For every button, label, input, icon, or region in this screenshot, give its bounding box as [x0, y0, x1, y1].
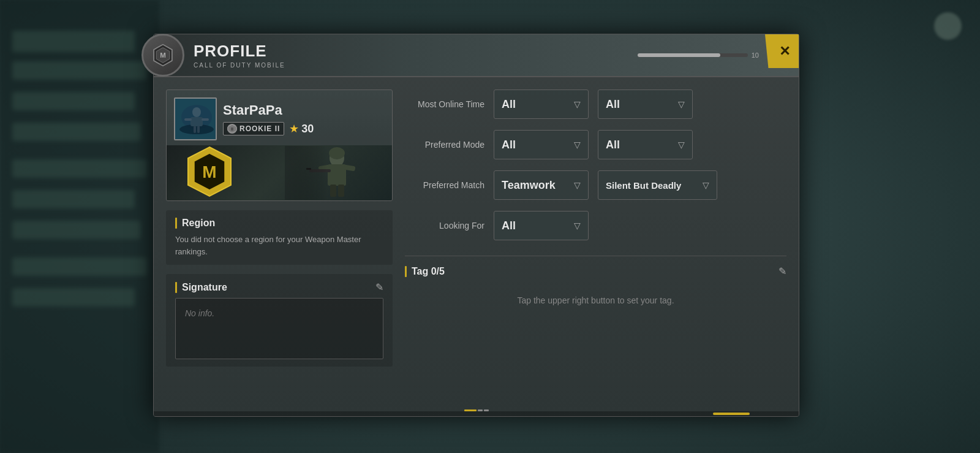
signature-box: No info. — [175, 298, 383, 359]
signature-placeholder: No info. — [185, 308, 214, 318]
rank-badge: II ROOKIE II — [223, 122, 284, 135]
tag-info-text: Tap the upper right button to set your t… — [405, 295, 786, 305]
preferred-match-label: Preferred Match — [405, 180, 484, 190]
stars-count: 30 — [301, 123, 314, 135]
close-button[interactable]: ✕ — [765, 34, 799, 68]
cod-logo-icon: M — [151, 44, 175, 67]
user-avatar-blur — [934, 12, 962, 40]
modal-tab-2 — [478, 409, 483, 411]
modal-title-area: Profile CALL OF DUTY MOBILE — [194, 42, 285, 69]
most-online-time-value-2: All — [606, 98, 620, 111]
player-name: StarPaPa — [223, 102, 314, 118]
dropdown-arrow-icon-2: ▽ — [678, 99, 685, 109]
dropdown-arrow-icon-3: ▽ — [574, 140, 581, 150]
dropdown-arrow-icon-4: ▽ — [678, 140, 685, 150]
svg-rect-8 — [184, 118, 192, 121]
modal-body: StarPaPa II ROOKIE II — [154, 77, 799, 416]
preferred-match-value-1: Teamwork — [502, 179, 556, 192]
modal-tab-1 — [464, 409, 477, 411]
region-title: Region — [175, 218, 383, 229]
svg-text:II: II — [231, 127, 233, 131]
modal-title: Profile — [194, 42, 285, 61]
preferred-mode-label: Preferred Mode — [405, 140, 484, 150]
svg-point-6 — [192, 107, 201, 117]
signature-title: Signature ✎ — [175, 281, 383, 293]
preferred-match-dropdown-1[interactable]: Teamwork ▽ — [494, 170, 589, 200]
preferred-match-row: Preferred Match Teamwork ▽ Silent But De… — [405, 170, 786, 200]
dropdown-arrow-icon-5: ▽ — [574, 180, 581, 190]
right-divider — [405, 256, 786, 256]
most-online-time-value-1: All — [502, 98, 516, 111]
looking-for-dropdown[interactable]: All ▽ — [494, 211, 589, 240]
region-section: Region You did not choose a region for y… — [166, 210, 393, 265]
scroll-thumb — [713, 413, 750, 415]
svg-rect-11 — [197, 126, 200, 133]
preferred-mode-row: Preferred Mode All ▽ All ▽ — [405, 130, 786, 159]
modal-logo: M — [141, 34, 184, 77]
svg-rect-25 — [330, 185, 336, 197]
svg-rect-7 — [190, 117, 203, 126]
sidebar-blur — [0, 0, 159, 453]
dropdown-arrow-icon-1: ▽ — [574, 99, 581, 109]
svg-rect-26 — [338, 185, 344, 197]
profile-top: StarPaPa II ROOKIE II — [167, 90, 392, 145]
dropdown-arrow-icon-6: ▽ — [703, 180, 709, 190]
modal-header: M Profile CALL OF DUTY MOBILE 10 ✕ — [154, 34, 799, 77]
preferred-mode-dropdown-2[interactable]: All ▽ — [598, 130, 693, 159]
tag-header: Tag 0/5 ✎ — [405, 265, 786, 277]
svg-rect-27 — [285, 146, 328, 200]
region-accent-bar — [175, 218, 177, 229]
signature-label: Signature — [182, 282, 227, 293]
looking-for-label: Looking For — [405, 221, 484, 230]
rank-icon: II — [227, 124, 237, 134]
modal-tab-3 — [484, 409, 489, 411]
most-online-time-dropdown-1[interactable]: All ▽ — [494, 89, 589, 119]
profile-card: StarPaPa II ROOKIE II — [166, 89, 393, 201]
tag-section: Tag 0/5 ✎ Tap the upper right button to … — [405, 265, 786, 404]
svg-rect-19 — [328, 164, 346, 186]
stars-badge: ★ 30 — [289, 122, 314, 135]
svg-text:M: M — [202, 162, 216, 181]
most-online-time-dropdown-2[interactable]: All ▽ — [598, 89, 693, 119]
progress-bar-container — [638, 53, 748, 57]
looking-for-value: All — [502, 219, 516, 232]
tag-label: Tag 0/5 — [412, 266, 445, 277]
dropdown-arrow-icon-7: ▽ — [574, 221, 581, 230]
progress-text: 10 — [752, 51, 759, 59]
signature-section: Signature ✎ No info. — [166, 274, 393, 367]
svg-point-20 — [329, 147, 345, 159]
region-description: You did not choose a region for your Wea… — [175, 234, 383, 257]
preferred-mode-dropdown-1[interactable]: All ▽ — [494, 130, 589, 159]
star-icon: ★ — [289, 122, 299, 135]
right-panel: Most Online Time All ▽ All ▽ Preferred M… — [405, 89, 786, 404]
progress-bar-fill — [638, 53, 720, 57]
tag-edit-button[interactable]: ✎ — [778, 265, 786, 277]
left-panel: StarPaPa II ROOKIE II — [166, 89, 393, 404]
most-online-time-row: Most Online Time All ▽ All ▽ — [405, 89, 786, 119]
profile-banner: M — [167, 145, 392, 200]
most-online-time-label: Most Online Time — [405, 99, 484, 109]
preferred-mode-value-1: All — [502, 139, 516, 151]
profile-modal: M Profile CALL OF DUTY MOBILE 10 ✕ — [153, 34, 799, 417]
player-avatar — [174, 97, 217, 140]
header-progress: 10 — [638, 51, 759, 59]
signature-edit-button[interactable]: ✎ — [375, 281, 383, 293]
avatar-image — [175, 99, 217, 140]
svg-rect-10 — [194, 126, 196, 133]
filters-section: Most Online Time All ▽ All ▽ Preferred M… — [405, 89, 786, 253]
preferred-match-dropdown-2[interactable]: Silent But Deadly ▽ — [598, 170, 717, 200]
rank-text: ROOKIE II — [239, 124, 280, 133]
region-label: Region — [182, 218, 215, 229]
edit-icon: ✎ — [375, 282, 383, 292]
tag-accent-bar — [405, 266, 407, 277]
tag-edit-icon: ✎ — [778, 266, 786, 276]
signature-accent-bar — [175, 282, 177, 293]
rank-row: II ROOKIE II ★ 30 — [223, 122, 314, 135]
modal-tabs — [464, 409, 489, 411]
looking-for-row: Looking For All ▽ — [405, 211, 786, 240]
close-icon: ✕ — [779, 44, 790, 59]
banner-soldier — [282, 145, 374, 200]
modal-bottom-bar — [154, 411, 799, 416]
profile-info: StarPaPa II ROOKIE II — [223, 102, 314, 135]
svg-text:M: M — [160, 51, 166, 59]
